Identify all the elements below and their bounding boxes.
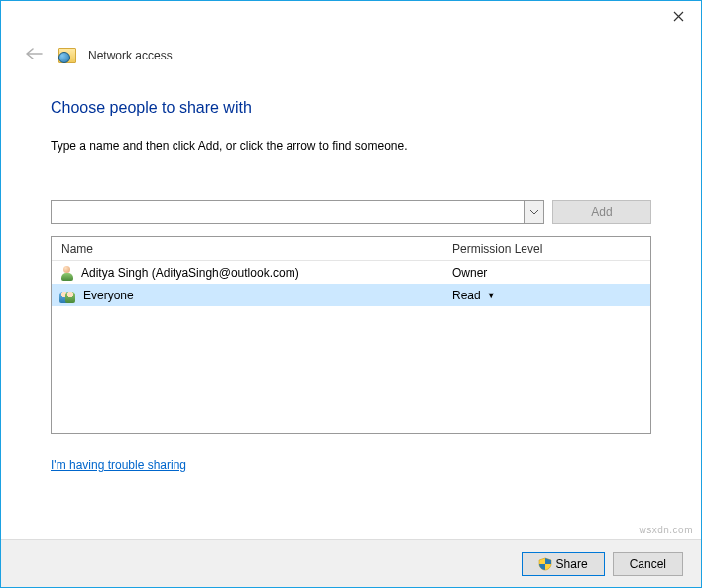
share-button[interactable]: Share <box>522 552 605 576</box>
row-name-cell: Everyone <box>52 288 448 303</box>
cancel-button[interactable]: Cancel <box>613 552 683 576</box>
row-name-cell: Aditya Singh (AdityaSingh@outlook.com) <box>52 265 448 281</box>
column-header-permission[interactable]: Permission Level <box>448 242 650 256</box>
table-row[interactable]: Aditya Singh (AdityaSingh@outlook.com) O… <box>52 261 650 284</box>
close-icon <box>673 11 684 22</box>
titlebar <box>1 1 701 31</box>
permissions-table: Name Permission Level Aditya Singh (Adit… <box>51 236 651 434</box>
chevron-down-icon <box>530 210 538 215</box>
shield-icon <box>538 557 552 571</box>
table-row[interactable]: Everyone Read ▼ <box>52 284 650 306</box>
back-arrow-icon[interactable] <box>21 41 47 69</box>
page-heading: Choose people to share with <box>51 99 651 117</box>
row-permission-cell: Owner <box>448 266 650 280</box>
watermark: wsxdn.com <box>639 525 693 535</box>
close-button[interactable] <box>656 1 701 31</box>
share-button-label: Share <box>556 557 588 571</box>
add-user-row: Add <box>51 200 651 224</box>
network-folder-icon <box>58 48 76 63</box>
cancel-button-label: Cancel <box>630 557 666 571</box>
row-permission-cell[interactable]: Read ▼ <box>448 289 650 302</box>
name-input[interactable] <box>52 201 524 223</box>
permission-dropdown-icon: ▼ <box>487 291 496 300</box>
column-header-name[interactable]: Name <box>52 242 448 256</box>
content-area: Choose people to share with Type a name … <box>1 69 701 482</box>
window-title: Network access <box>88 49 173 62</box>
row-name-label: Aditya Singh (AdityaSingh@outlook.com) <box>81 266 299 280</box>
table-header: Name Permission Level <box>52 237 650 261</box>
instruction-text: Type a name and then click Add, or click… <box>51 139 651 153</box>
row-name-label: Everyone <box>83 289 134 302</box>
name-combobox[interactable] <box>51 200 544 224</box>
trouble-sharing-link[interactable]: I'm having trouble sharing <box>51 458 186 472</box>
user-icon <box>59 265 75 281</box>
row-permission-label: Owner <box>452 266 487 280</box>
combobox-dropdown-button[interactable] <box>524 201 543 223</box>
row-permission-label: Read <box>452 289 481 302</box>
group-icon <box>59 288 77 303</box>
header-row: Network access <box>1 31 701 69</box>
footer: Share Cancel <box>1 539 701 587</box>
add-button[interactable]: Add <box>552 200 651 224</box>
